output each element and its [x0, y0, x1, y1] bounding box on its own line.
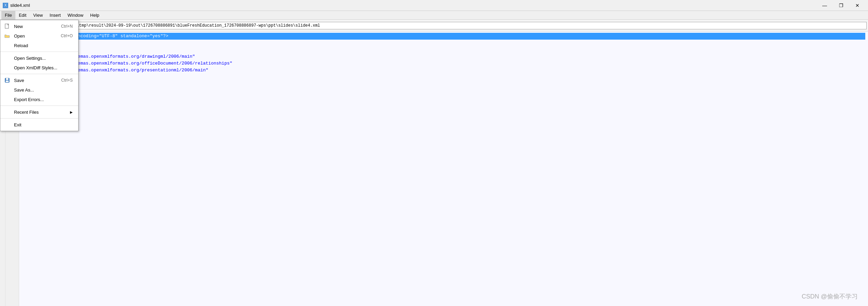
menu-help[interactable]: Help	[87, 11, 103, 19]
menu-item-recent-files[interactable]: Recent Files ▶	[0, 107, 78, 117]
code-line-1: <?xml version="1.0" encoding="UTF-8" sta…	[22, 33, 865, 40]
menu-item-new[interactable]: New Ctrl+N	[0, 22, 78, 31]
menu-item-open-xmldiff[interactable]: Open XmlDiff Styles...	[0, 63, 78, 72]
code-line-5: xmlns:r="http://schemas.openxmlformats.o…	[22, 60, 865, 67]
menu-item-open-shortcut: Ctrl+O	[61, 33, 73, 38]
recent-files-arrow-icon: ▶	[70, 110, 73, 114]
menu-item-export-errors-label: Export Errors...	[14, 97, 44, 102]
toolbar	[0, 20, 868, 31]
menu-insert[interactable]: Insert	[46, 11, 64, 19]
menu-item-reload[interactable]: Reload	[0, 41, 78, 50]
menu-bar: File Edit View Insert Window Help	[0, 11, 868, 20]
svg-rect-14	[6, 81, 9, 82]
menu-item-save[interactable]: Save Ctrl+S	[0, 75, 78, 85]
separator-1	[0, 52, 78, 52]
menu-item-new-shortcut: Ctrl+N	[61, 24, 73, 29]
watermark: CSDN @偷偷不学习	[802, 292, 858, 301]
menu-view[interactable]: View	[30, 11, 46, 19]
code-line-6: xmlns:p="http://schemas.openxmlformats.o…	[22, 67, 865, 74]
menu-item-save-as[interactable]: Save As...	[0, 85, 78, 95]
open-menu-icon	[3, 32, 11, 40]
menu-item-reload-label: Reload	[14, 43, 28, 48]
menu-item-new-label: New	[14, 24, 23, 29]
svg-rect-13	[6, 78, 9, 80]
menu-item-exit[interactable]: Exit	[0, 120, 78, 129]
maximize-button[interactable]: ❐	[833, 0, 849, 11]
code-editor[interactable]: <?xml version="1.0" encoding="UTF-8" sta…	[19, 31, 868, 306]
code-line-3	[22, 46, 865, 53]
menu-item-exit-label: Exit	[14, 122, 22, 127]
separator-4	[0, 118, 78, 119]
close-button[interactable]: ✕	[850, 0, 865, 11]
separator-2	[0, 74, 78, 74]
code-line-2	[22, 40, 865, 46]
menu-item-open[interactable]: Open Ctrl+O	[0, 31, 78, 41]
menu-item-open-xmldiff-label: Open XmlDiff Styles...	[14, 65, 57, 70]
new-file-menu-icon	[3, 22, 11, 30]
code-line-4: xmlns:a="http://schemas.openxmlformats.o…	[22, 53, 865, 60]
menu-item-open-label: Open	[14, 33, 25, 39]
address-bar[interactable]	[70, 22, 867, 29]
save-menu-icon	[3, 76, 11, 84]
title-bar-left: X slide4.xml	[3, 3, 30, 8]
window-title: slide4.xml	[10, 3, 30, 8]
menu-item-open-settings[interactable]: Open Settings...	[0, 53, 78, 63]
file-menu-dropdown: New Ctrl+N Open Ctrl+O Reload Open Setti…	[0, 20, 79, 131]
menu-item-save-label: Save	[14, 78, 24, 83]
editor-area: T 1 2 3 4 5 6 <?xml version="1.0" encodi…	[0, 31, 868, 306]
separator-3	[0, 106, 78, 106]
menu-item-save-as-label: Save As...	[14, 87, 34, 93]
title-bar: X slide4.xml — ❐ ✕	[0, 0, 868, 11]
menu-item-recent-files-label: Recent Files	[14, 110, 39, 115]
menu-item-export-errors[interactable]: Export Errors...	[0, 95, 78, 104]
menu-item-open-settings-label: Open Settings...	[14, 56, 46, 61]
menu-item-save-shortcut: Ctrl+S	[61, 78, 73, 83]
minimize-button[interactable]: —	[817, 0, 832, 11]
menu-file[interactable]: File	[1, 11, 15, 19]
title-bar-controls: — ❐ ✕	[817, 0, 865, 11]
menu-edit[interactable]: Edit	[15, 11, 30, 19]
menu-window[interactable]: Window	[64, 11, 87, 19]
app-icon: X	[3, 3, 8, 8]
